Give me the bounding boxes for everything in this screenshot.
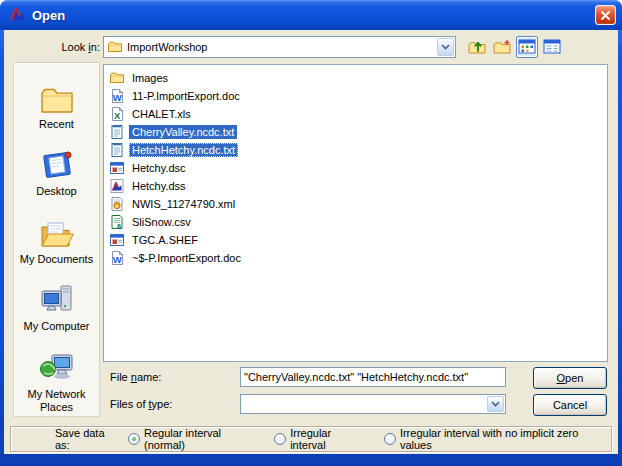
radio-icon[interactable] xyxy=(274,433,286,445)
sidebar-item-label: My Network Places xyxy=(15,388,98,414)
title-bar[interactable]: Open xyxy=(0,0,622,30)
file-item-label: ~$-P.ImportExport.doc xyxy=(129,251,244,265)
file-list[interactable]: ImagesW11-P.ImportExport.docXCHALET.xlsC… xyxy=(103,64,608,362)
sidebar-item-recent[interactable]: Recent xyxy=(15,79,98,146)
files-of-type-label: Files of type: xyxy=(110,398,172,410)
radio-label: Irregular interval xyxy=(290,427,358,451)
svg-text:X: X xyxy=(114,110,121,121)
file-item[interactable]: XCHALET.xls xyxy=(109,105,607,123)
file-item[interactable]: Hetchy.dsc xyxy=(109,159,607,177)
sidebar-item-my-computer[interactable]: My Computer xyxy=(15,281,98,348)
file-item[interactable]: W11-P.ImportExport.doc xyxy=(109,87,607,105)
folder-icon xyxy=(107,39,123,55)
sidebar-item-my-documents[interactable]: My Documents xyxy=(15,214,98,281)
radio-label: Irregular interval with no implicit zero… xyxy=(400,427,585,451)
file-item[interactable]: CherryValley.ncdc.txt xyxy=(109,123,607,141)
sidebar-item-label: My Computer xyxy=(23,320,89,333)
close-icon[interactable] xyxy=(595,5,616,25)
file-item-label: Images xyxy=(129,71,171,85)
file-item-label: SliSnow.csv xyxy=(129,215,194,229)
text-file-icon xyxy=(109,124,125,140)
network-places-icon xyxy=(39,349,75,385)
csv-icon: a xyxy=(109,214,125,230)
app-window-icon xyxy=(109,160,125,176)
my-computer-icon xyxy=(39,281,75,317)
look-in-combobox[interactable]: ImportWorkshop xyxy=(103,36,456,58)
look-in-label: Look in: xyxy=(4,41,100,53)
file-item[interactable]: Images xyxy=(109,69,607,87)
file-item-label: 11-P.ImportExport.doc xyxy=(129,89,243,103)
file-item-label: CHALET.xls xyxy=(129,107,194,121)
file-item[interactable]: aSliSnow.csv xyxy=(109,213,607,231)
file-item[interactable]: eNWIS_11274790.xml xyxy=(109,195,607,213)
svg-text:W: W xyxy=(113,254,122,265)
places-bar: Recent Desktop xyxy=(13,62,100,417)
desktop-icon xyxy=(40,146,74,182)
chevron-down-icon[interactable] xyxy=(487,396,504,412)
dss-icon xyxy=(109,178,125,194)
list-view-icon[interactable] xyxy=(516,36,538,58)
new-folder-icon[interactable] xyxy=(491,36,513,58)
sidebar-item-desktop[interactable]: Desktop xyxy=(15,146,98,213)
sidebar-item-my-network-places[interactable]: My Network Places xyxy=(15,349,98,416)
sidebar-item-label: Recent xyxy=(39,118,74,131)
app-dss-icon xyxy=(9,6,27,24)
file-item-label: NWIS_11274790.xml xyxy=(129,197,238,211)
look-in-value: ImportWorkshop xyxy=(127,41,437,53)
sidebar-item-label: Desktop xyxy=(36,185,76,198)
files-of-type-combobox[interactable] xyxy=(240,394,506,414)
view-toolbar xyxy=(466,36,563,58)
xml-icon: e xyxy=(109,196,125,212)
svg-text:a: a xyxy=(117,222,121,229)
word-doc-icon: W xyxy=(109,250,125,266)
file-item-label: TGC.A.SHEF xyxy=(129,233,201,247)
up-one-level-icon[interactable] xyxy=(466,36,488,58)
save-option-radio[interactable]: Irregular interval with no implicit zero… xyxy=(384,427,585,451)
file-item[interactable]: Hetchy.dss xyxy=(109,177,607,195)
file-item[interactable]: HetchHetchy.ncdc.txt xyxy=(109,141,607,159)
file-item[interactable]: W~$-P.ImportExport.doc xyxy=(109,249,607,267)
window-title: Open xyxy=(32,8,65,23)
open-dialog-window: Open Look in: ImportWorkshop xyxy=(0,0,622,466)
recent-folder-icon xyxy=(40,79,74,115)
cancel-button[interactable]: Cancel xyxy=(533,394,607,416)
word-doc-icon: W xyxy=(109,88,125,104)
file-item-label: CherryValley.ncdc.txt xyxy=(129,125,237,139)
chevron-down-icon[interactable] xyxy=(437,38,454,56)
radio-label: Regular interval (normal) xyxy=(144,427,248,451)
file-name-input[interactable] xyxy=(240,367,506,387)
folder-icon xyxy=(109,70,125,86)
radio-icon[interactable] xyxy=(128,433,140,445)
save-data-as-panel: Save data as: Regular interval (normal)I… xyxy=(10,426,612,452)
text-file-icon xyxy=(109,142,125,158)
file-name-label: File name: xyxy=(110,371,161,383)
details-view-icon[interactable] xyxy=(541,36,563,58)
svg-text:W: W xyxy=(113,92,122,103)
radio-icon[interactable] xyxy=(384,433,396,445)
sidebar-item-label: My Documents xyxy=(20,253,93,266)
my-documents-icon xyxy=(39,214,75,250)
svg-text:e: e xyxy=(115,203,118,209)
dialog-body: Look in: ImportWorkshop xyxy=(4,30,618,454)
file-item-label: Hetchy.dss xyxy=(129,179,189,193)
file-item[interactable]: TGC.A.SHEF xyxy=(109,231,607,249)
open-button[interactable]: Open xyxy=(533,367,607,389)
save-option-radio[interactable]: Regular interval (normal) xyxy=(128,427,248,451)
excel-icon: X xyxy=(109,106,125,122)
app-window-icon xyxy=(109,232,125,248)
file-item-label: Hetchy.dsc xyxy=(129,161,189,175)
file-item-label: HetchHetchy.ncdc.txt xyxy=(129,143,238,157)
save-data-as-label: Save data as: xyxy=(55,427,114,451)
save-option-radio[interactable]: Irregular interval xyxy=(274,427,358,451)
